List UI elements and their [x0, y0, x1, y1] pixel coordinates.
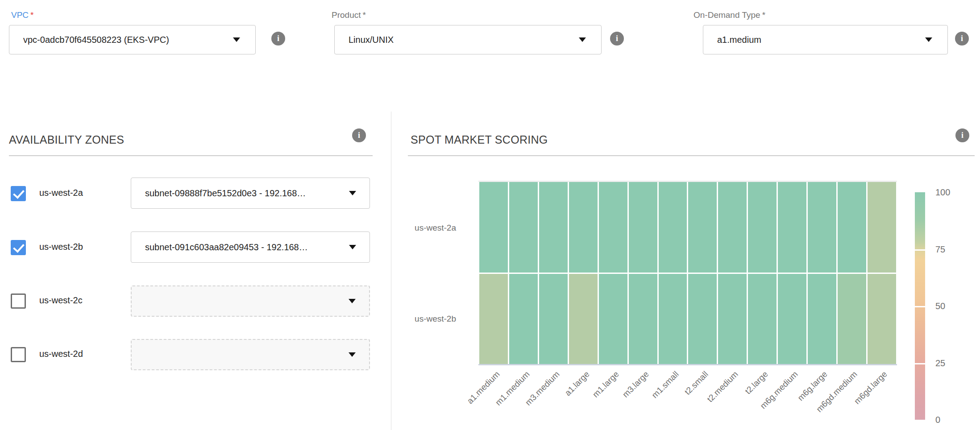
- colorbar-tick-mark: [915, 249, 925, 251]
- heatmap-cell-us-west-2b-m6gd.medium: [838, 274, 866, 364]
- on-demand-type-info-icon[interactable]: i: [955, 32, 969, 45]
- heatmap-cell-us-west-2b-m1.large: [599, 274, 627, 364]
- colorbar-label-100: 100: [935, 187, 950, 198]
- dropdown-arrow-icon: [579, 37, 586, 42]
- checkbox-us-west-2a[interactable]: [11, 186, 26, 201]
- vpc-select[interactable]: vpc-0adcb70f645508223 (EKS-VPC): [9, 25, 256, 54]
- x-axis-label-a1.medium: a1.medium: [432, 369, 502, 430]
- spot-market-scoring-info-icon[interactable]: i: [955, 128, 969, 142]
- spot-market-scoring-rule: [408, 155, 975, 156]
- checkbox-us-west-2b[interactable]: [11, 240, 26, 255]
- vpc-label: VPC*: [11, 10, 33, 20]
- product-select[interactable]: Linux/UNIX: [334, 25, 602, 54]
- spot-market-scoring-title: SPOT MARKET SCORING: [411, 133, 548, 146]
- subnet-select-us-west-2a[interactable]: subnet-09888f7be5152d0e3 - 192.168…: [131, 178, 370, 209]
- colorbar-label-50: 50: [935, 301, 945, 311]
- colorbar-label-75: 75: [935, 244, 945, 255]
- heatmap-cell-us-west-2b-m6g.large: [808, 274, 836, 364]
- subnet-select-us-west-2d[interactable]: [131, 339, 370, 370]
- heatmap-colorbar: [915, 192, 925, 420]
- heatmap-cell-us-west-2a-m1.large: [599, 182, 627, 273]
- on-demand-type-select[interactable]: a1.medium: [703, 25, 948, 54]
- on-demand-type-select-value: a1.medium: [717, 35, 761, 45]
- heatmap-cell-us-west-2b-m6g.medium: [778, 274, 806, 364]
- availability-zones-info-icon[interactable]: i: [352, 128, 366, 142]
- heatmap-cell-us-west-2a-t2.large: [748, 182, 777, 273]
- subnet-select-us-west-2c[interactable]: [131, 285, 370, 317]
- heatmap-cell-us-west-2a-m1.small: [659, 182, 687, 273]
- on-demand-type-label: On-Demand Type*: [693, 10, 765, 20]
- required-asterisk: *: [30, 10, 33, 20]
- colorbar-tick-mark: [915, 363, 925, 364]
- heatmap-cell-us-west-2b-m3.medium: [539, 274, 568, 364]
- dropdown-arrow-icon: [925, 37, 932, 42]
- heatmap-row-label-us-west-2b: us-west-2b: [398, 314, 456, 324]
- subnet-select-us-west-2b[interactable]: subnet-091c603aa82e09453 - 192.168…: [131, 232, 370, 263]
- required-asterisk: *: [762, 10, 765, 20]
- heatmap-cell-us-west-2a-m6g.large: [808, 182, 836, 273]
- heatmap-cell-us-west-2b-m1.small: [659, 274, 687, 364]
- required-asterisk: *: [362, 10, 365, 20]
- zone-label-us-west-2a: us-west-2a: [39, 188, 83, 198]
- dropdown-arrow-icon: [349, 352, 356, 357]
- heatmap-cell-us-west-2a-a1.medium: [479, 182, 508, 273]
- heatmap-cell-us-west-2b-m3.large: [629, 274, 657, 364]
- heatmap-cell-us-west-2b-t2.small: [688, 274, 717, 364]
- zone-label-us-west-2b: us-west-2b: [39, 242, 83, 252]
- dropdown-arrow-icon: [233, 37, 240, 42]
- heatmap-axis-line: [478, 364, 897, 365]
- colorbar-label-25: 25: [935, 358, 945, 368]
- checkbox-us-west-2d[interactable]: [11, 347, 26, 362]
- availability-zones-title: AVAILABILITY ZONES: [9, 133, 124, 146]
- availability-zones-rule: [9, 155, 373, 156]
- dropdown-arrow-icon: [349, 245, 356, 249]
- heatmap-cell-us-west-2a-m6gd.medium: [838, 182, 866, 273]
- heatmap-cell-us-west-2b-m1.medium: [509, 274, 538, 364]
- vpc-info-icon[interactable]: i: [271, 32, 285, 45]
- heatmap-cell-us-west-2a-m3.large: [629, 182, 657, 273]
- zone-label-us-west-2c: us-west-2c: [39, 295, 83, 306]
- product-select-value: Linux/UNIX: [349, 35, 394, 45]
- dropdown-arrow-icon: [349, 299, 356, 303]
- heatmap-cell-us-west-2b-m6gd.large: [868, 274, 896, 364]
- heatmap-cell-us-west-2a-m3.medium: [539, 182, 568, 273]
- colorbar-tick-mark: [915, 306, 925, 307]
- heatmap-cell-us-west-2a-t2.small: [688, 182, 717, 273]
- heatmap-cell-us-west-2a-t2.medium: [718, 182, 747, 273]
- heatmap-grid: [479, 182, 896, 364]
- heatmap-cell-us-west-2b-a1.medium: [479, 274, 508, 364]
- section-divider: [391, 112, 391, 430]
- subnet-select-value: subnet-091c603aa82e09453 - 192.168…: [145, 242, 308, 252]
- heatmap-cell-us-west-2a-m6gd.large: [868, 182, 896, 273]
- product-label: Product*: [332, 10, 366, 20]
- colorbar-label-0: 0: [935, 415, 940, 425]
- heatmap-cell-us-west-2a-a1.large: [569, 182, 598, 273]
- heatmap-cell-us-west-2b-a1.large: [569, 274, 598, 364]
- checkbox-us-west-2c[interactable]: [11, 294, 26, 309]
- vpc-select-value: vpc-0adcb70f645508223 (EKS-VPC): [23, 35, 169, 45]
- heatmap-cell-us-west-2a-m1.medium: [509, 182, 538, 273]
- dropdown-arrow-icon: [349, 191, 356, 195]
- heatmap-cell-us-west-2b-t2.medium: [718, 274, 747, 364]
- heatmap-row-label-us-west-2a: us-west-2a: [398, 223, 456, 233]
- heatmap-cell-us-west-2b-t2.large: [748, 274, 777, 364]
- heatmap-cell-us-west-2a-m6g.medium: [778, 182, 806, 273]
- product-info-icon[interactable]: i: [610, 32, 624, 45]
- zone-label-us-west-2d: us-west-2d: [39, 349, 83, 359]
- subnet-select-value: subnet-09888f7be5152d0e3 - 192.168…: [145, 188, 306, 198]
